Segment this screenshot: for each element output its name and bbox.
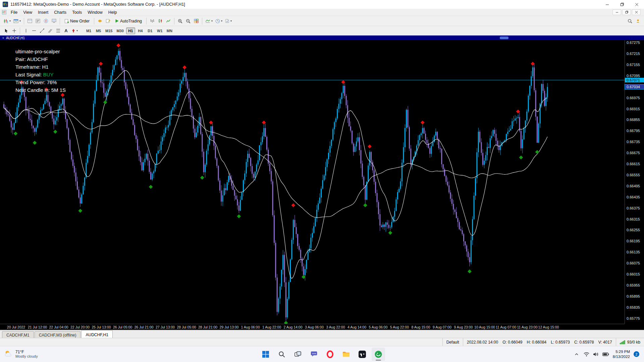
chart-scrollbar-thumb[interactable]	[500, 37, 508, 39]
minimize-button[interactable]	[600, 0, 614, 9]
alerts-button[interactable]	[96, 17, 104, 25]
candle-body	[74, 166, 75, 173]
wifi-icon[interactable]	[584, 352, 589, 357]
volume-icon[interactable]	[593, 352, 599, 357]
candle-body	[382, 225, 383, 227]
battery-icon[interactable]	[602, 352, 609, 356]
tab-cadchf-m1[interactable]: CADCHF,M1	[2, 331, 34, 338]
timeframe-m30-button[interactable]: M30	[115, 27, 125, 34]
menu-file[interactable]: File	[8, 9, 20, 15]
price-axis[interactable]: 0.672750.672150.671550.670950.670350.669…	[625, 40, 644, 324]
candle-body	[259, 145, 260, 160]
crosshair-tool-button[interactable]	[10, 27, 18, 35]
candle-body	[369, 152, 370, 165]
candle-body	[459, 222, 460, 229]
tradingview-button[interactable]	[356, 348, 369, 361]
indicator-last-signal: Last Signal: BUY	[15, 71, 66, 78]
tile-windows-button[interactable]	[192, 17, 200, 25]
community-button[interactable]	[634, 17, 642, 25]
status-profile-cell[interactable]: Default	[442, 338, 463, 346]
text-tool-button[interactable]: A	[62, 27, 70, 35]
hidden-icons-button[interactable]	[573, 350, 580, 359]
terminal-button[interactable]	[50, 17, 58, 25]
trendline-tool-button[interactable]	[38, 27, 46, 35]
candle-body	[291, 240, 292, 259]
market-watch-button[interactable]	[26, 17, 34, 25]
collapse-triangle-icon[interactable]: ▼	[2, 37, 4, 39]
data-window-button[interactable]	[34, 17, 42, 25]
time-axis[interactable]: 20 Jul 202221 Jul 12:0022 Jul 04:0022 Ju…	[0, 324, 625, 330]
indicators-button[interactable]: ▾	[204, 17, 214, 25]
status-connection-cell[interactable]: 93/0 kb	[616, 338, 644, 346]
timeframe-m15-button[interactable]: M15	[104, 27, 114, 34]
periods-button[interactable]: ▾	[214, 17, 224, 25]
clock-widget[interactable]: 5:29 PM 8/13/2022	[613, 349, 630, 359]
timeframe-m1-button[interactable]: M1	[84, 27, 93, 34]
tab-audchf-h1[interactable]: AUDCHF,H1	[81, 330, 112, 338]
mdi-close-button[interactable]	[632, 9, 641, 15]
start-button[interactable]	[259, 348, 272, 361]
menu-insert[interactable]: Insert	[35, 9, 51, 15]
profiles-button[interactable]: ▾	[12, 17, 22, 25]
text-tool-icon: A	[64, 28, 67, 33]
buy-signal-icon	[237, 214, 241, 218]
teams-chat-button[interactable]	[307, 348, 321, 361]
terminal-icon	[52, 19, 56, 23]
timeframe-m5-button[interactable]: M5	[94, 27, 103, 34]
arrows-tool-button[interactable]: ▾	[70, 27, 79, 35]
candle-body	[159, 150, 160, 151]
close-button[interactable]	[629, 0, 644, 9]
templates-button[interactable]: ▾	[224, 17, 233, 25]
line-chart-button[interactable]	[164, 17, 172, 25]
new-order-button[interactable]: New Order	[62, 17, 92, 25]
metaeditor-button[interactable]	[104, 17, 112, 25]
maximize-button[interactable]	[614, 0, 629, 9]
timeframe-h1-button[interactable]: H1	[126, 27, 135, 34]
cursor-tool-button[interactable]	[2, 27, 10, 35]
navigator-button[interactable]	[42, 17, 50, 25]
zoom-out-button[interactable]	[184, 17, 192, 25]
menu-help[interactable]: Help	[106, 9, 120, 15]
taskbar-search-button[interactable]	[275, 348, 288, 361]
menu-view[interactable]: View	[20, 9, 35, 15]
buy-signal-icon	[78, 209, 82, 213]
task-view-button[interactable]	[291, 348, 305, 361]
time-tick-label: 9 Aug 23:00	[454, 325, 473, 329]
bar-chart-button[interactable]	[148, 17, 156, 25]
time-tick-label: 10 Aug 15:00	[474, 325, 495, 329]
candle-body	[348, 118, 350, 126]
mdi-minimize-button[interactable]	[612, 9, 621, 15]
new-chart-button[interactable]: ▾	[2, 17, 12, 25]
notification-badge[interactable]: 2	[634, 351, 639, 357]
candlestick-chart-button[interactable]	[156, 17, 164, 25]
candle-body	[327, 159, 328, 167]
mdi-restore-button[interactable]	[622, 9, 631, 15]
candle-body	[158, 151, 159, 154]
timeframe-mn-button[interactable]: MN	[165, 27, 174, 34]
search-button[interactable]	[626, 17, 634, 25]
menu-tools[interactable]: Tools	[69, 9, 85, 15]
opera-browser-button[interactable]	[323, 348, 337, 361]
file-explorer-button[interactable]	[339, 348, 353, 361]
price-chart[interactable]	[0, 40, 625, 324]
fibonacci-tool-button[interactable]	[54, 27, 62, 35]
tab-cadchf-m3-offline[interactable]: CADCHF,M3 (offline)	[35, 331, 81, 338]
autotrading-button[interactable]: AutoTrading	[112, 17, 145, 25]
buy-signal-icon	[13, 131, 17, 135]
candle-body	[419, 135, 420, 140]
menu-window[interactable]: Window	[85, 9, 105, 15]
horizontal-line-tool-button[interactable]	[30, 27, 38, 35]
templates-icon	[225, 19, 229, 23]
channel-tool-button[interactable]	[46, 27, 54, 35]
timeframe-d1-button[interactable]: D1	[146, 27, 155, 34]
timeframe-w1-button[interactable]: W1	[155, 27, 164, 34]
metaeditor-icon	[106, 19, 110, 23]
vertical-line-tool-button[interactable]	[22, 27, 30, 35]
chart-area[interactable]: ▼ AUDCHF,H1 ultimate-pro-scalper Pair: A…	[0, 36, 644, 330]
menu-charts[interactable]: Charts	[51, 9, 69, 15]
candle-body	[116, 55, 117, 60]
weather-widget[interactable]: 71°F Mostly cloudy	[0, 350, 38, 359]
zoom-in-button[interactable]	[176, 17, 184, 25]
trading-app-button[interactable]	[372, 348, 385, 361]
timeframe-h4-button[interactable]: H4	[136, 27, 145, 34]
